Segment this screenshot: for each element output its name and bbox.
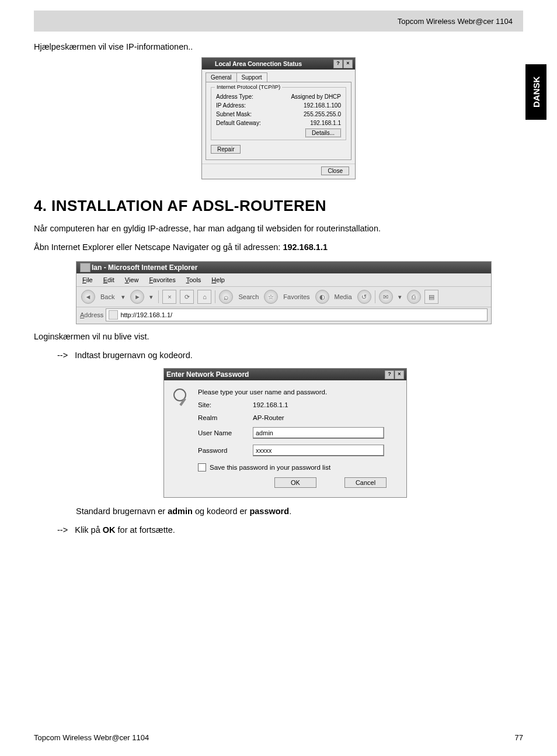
menu-favorites[interactable]: Favorites xyxy=(149,276,175,283)
home-icon[interactable]: ⌂ xyxy=(197,290,211,304)
save-password-label: Save this password in your password list xyxy=(210,464,330,471)
row-key: Address Type: xyxy=(216,93,253,100)
mail-dropdown-icon[interactable]: ▾ xyxy=(398,293,402,301)
stop-icon[interactable]: × xyxy=(162,290,176,304)
menu-view[interactable]: View xyxy=(125,276,139,283)
para-4: Standard brugernavn er admin og kodeord … xyxy=(76,506,523,518)
row-val: 192.168.1.1 xyxy=(310,120,341,126)
header-product: Topcom Wireless Webr@cer 1104 xyxy=(398,17,513,26)
favorites-icon[interactable]: ☆ xyxy=(264,290,278,304)
menu-file[interactable]: File xyxy=(82,276,93,283)
router-address: 192.168.1.1 xyxy=(283,242,328,252)
password-dialog: Enter Network Password ? × Please type y… xyxy=(163,368,407,498)
row-key: Subnet Mask: xyxy=(216,111,252,117)
save-password-checkbox[interactable] xyxy=(198,463,206,471)
titlebar-help-button[interactable]: ? xyxy=(333,60,343,68)
close-button[interactable]: Close xyxy=(321,167,349,175)
repair-button[interactable]: Repair xyxy=(211,145,241,154)
pw-body: Please type your user name and password.… xyxy=(164,380,406,497)
edit-icon[interactable]: ▤ xyxy=(424,290,438,304)
refresh-icon[interactable]: ⟳ xyxy=(180,290,194,304)
pw-buttons: OK Cancel xyxy=(172,471,398,491)
details-button[interactable]: Details... xyxy=(305,129,341,137)
cancel-button[interactable]: Cancel xyxy=(344,477,387,488)
print-icon[interactable]: ⎙ xyxy=(407,290,421,304)
media-label[interactable]: Media xyxy=(335,293,352,300)
menu-tools[interactable]: Tools xyxy=(186,276,201,283)
arrow-icon: --> xyxy=(57,525,68,535)
back-label[interactable]: Back xyxy=(100,293,114,300)
pw-titlebar-buttons: ? × xyxy=(385,370,404,379)
back-dropdown-icon[interactable]: ▾ xyxy=(121,293,125,301)
address-input[interactable]: http://192.168.1.1/ xyxy=(106,308,488,321)
footer-product: Topcom Wireless Webr@cer 1104 xyxy=(34,733,149,742)
menu-help[interactable]: Help xyxy=(211,276,225,283)
para-1: Når computeren har en gyldig IP-adresse,… xyxy=(34,223,523,235)
favorites-label[interactable]: Favorites xyxy=(283,293,309,300)
titlebar-close-button[interactable]: × xyxy=(343,60,353,68)
dialog-footer: Close xyxy=(202,164,355,179)
section-heading: 4. INSTALLATION AF ADSL-ROUTEREN xyxy=(34,197,523,215)
search-label[interactable]: Search xyxy=(238,293,259,300)
password-input[interactable]: xxxxx xyxy=(253,445,384,456)
ok-button[interactable]: OK xyxy=(274,477,316,488)
arrow-icon: --> xyxy=(57,351,68,360)
intro-line: Hjælpeskærmen vil vise IP-informationen.… xyxy=(34,42,523,51)
key-icon xyxy=(172,389,190,406)
dialog-titlebar: Local Area Connection Status ? × xyxy=(202,58,355,70)
row-ip-address: IP Address: 192.168.1.100 xyxy=(216,102,341,109)
dialog-tabs: General Support xyxy=(202,70,355,82)
pw-row-username: User Name admin xyxy=(198,427,398,439)
para-3: Loginskærmen vil nu blive vist. xyxy=(34,331,523,343)
default-username: admin xyxy=(168,507,193,516)
page-icon xyxy=(109,310,118,320)
forward-icon[interactable]: ► xyxy=(130,290,144,304)
row-val: Assigned by DHCP xyxy=(291,93,341,100)
forward-dropdown-icon[interactable]: ▾ xyxy=(149,293,153,301)
mail-icon[interactable]: ✉ xyxy=(379,290,393,304)
page-footer: Topcom Wireless Webr@cer 1104 77 xyxy=(34,733,523,742)
realm-label: Realm xyxy=(198,414,247,421)
dialog-title: Local Area Connection Status xyxy=(215,60,302,67)
browser-menubar: File Edit View Favorites Tools Help xyxy=(76,273,491,286)
group-label: Internet Protocol (TCP/IP) xyxy=(215,84,282,90)
history-icon[interactable]: ↺ xyxy=(357,290,371,304)
address-label: Address xyxy=(80,311,103,318)
search-icon[interactable]: ⌕ xyxy=(219,290,233,304)
pw-row-realm: Realm AP-Router xyxy=(198,414,398,421)
back-icon[interactable]: ◄ xyxy=(81,290,95,304)
pw-title: Enter Network Password xyxy=(166,370,249,379)
realm-value: AP-Router xyxy=(253,414,284,421)
bullet-1: --> Indtast brugernavn og kodeord. xyxy=(57,350,523,362)
row-val: 255.255.255.0 xyxy=(304,111,341,117)
tab-general[interactable]: General xyxy=(206,72,237,82)
separator-icon xyxy=(215,290,215,303)
status-dialog: Local Area Connection Status ? × General… xyxy=(201,57,356,179)
tcpip-group: Internet Protocol (TCP/IP) Address Type:… xyxy=(211,87,346,140)
row-address-type: Address Type: Assigned by DHCP xyxy=(216,93,341,100)
row-val: 192.168.1.100 xyxy=(304,102,341,109)
browser-toolbar: ◄ Back ▾ ► ▾ × ⟳ ⌂ ⌕ Search ☆ Favorites … xyxy=(76,286,491,307)
row-key: Default Gateway: xyxy=(216,120,261,126)
titlebar-help-button[interactable]: ? xyxy=(385,370,394,379)
browser-titlebar: Ian - Microsoft Internet Explorer xyxy=(76,262,491,273)
site-value: 192.168.1.1 xyxy=(253,401,288,408)
username-input[interactable]: admin xyxy=(253,427,384,439)
pw-row-password: Password xxxxx xyxy=(198,445,398,456)
content: Hjælpeskærmen vil vise IP-informationen.… xyxy=(0,42,557,536)
language-tab: DANSK xyxy=(525,64,546,120)
row-subnet-mask: Subnet Mask: 255.255.255.0 xyxy=(216,111,341,117)
menu-edit[interactable]: Edit xyxy=(103,276,114,283)
tab-body: Internet Protocol (TCP/IP) Address Type:… xyxy=(206,82,351,160)
media-icon[interactable]: ◐ xyxy=(315,290,329,304)
pw-prompt: Please type your user name and password. xyxy=(198,389,398,396)
save-password-row: Save this password in your password list xyxy=(198,463,398,471)
titlebar-close-button[interactable]: × xyxy=(395,370,404,379)
row-default-gateway: Default Gateway: 192.168.1.1 xyxy=(216,120,341,126)
username-label: User Name xyxy=(198,429,247,436)
tab-support[interactable]: Support xyxy=(236,72,267,82)
browser-window: Ian - Microsoft Internet Explorer File E… xyxy=(76,261,492,324)
address-value: http://192.168.1.1/ xyxy=(120,311,172,318)
page-header: Topcom Wireless Webr@cer 1104 xyxy=(34,11,523,32)
site-label: Site: xyxy=(198,401,247,408)
